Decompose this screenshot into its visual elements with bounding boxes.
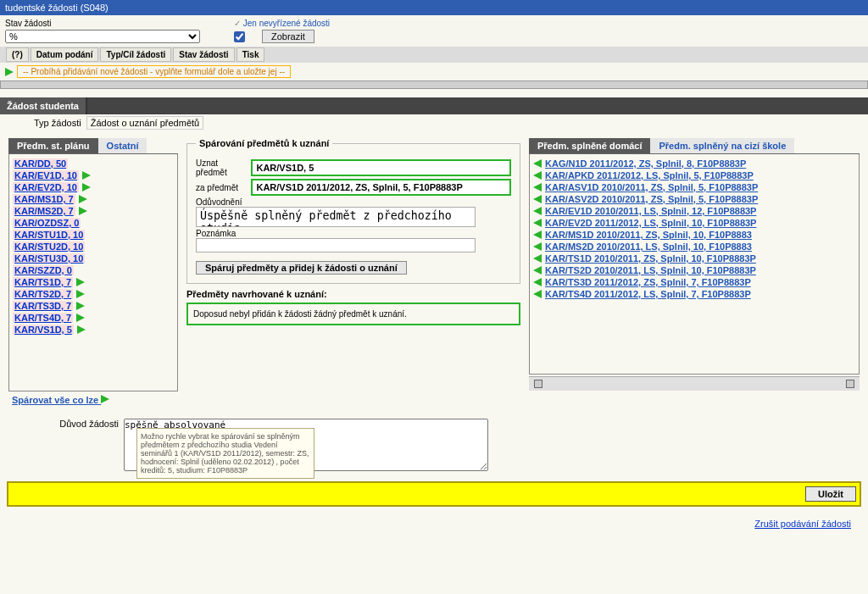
tooltip: Možno rychle vybrat ke spárování se spln… [136,428,314,479]
col-date[interactable]: Datum podání [31,47,99,62]
arrow-right-icon[interactable] [79,195,87,203]
left-item[interactable]: KAR/MS1D, 7 [13,193,174,205]
arrow-left-icon[interactable] [533,207,542,215]
left-item-link[interactable]: KAR/TS3D, 7 [13,301,73,311]
arrow-left-icon[interactable] [533,290,542,298]
left-item[interactable]: KAR/MS2D, 7 [13,205,174,217]
right-item-link[interactable]: KAR/EV2D 2011/2012, LS, Splnil, 10, F10P… [545,218,756,228]
main-tab[interactable]: Žádost studenta [0,97,87,114]
right-tab-home[interactable]: Předm. splněné domácí [529,138,650,153]
left-item-link[interactable]: KAR/DD, 50 [13,158,68,169]
pair-button[interactable]: Spáruj předměty a přidej k žádosti o uzn… [196,261,407,275]
arrow-left-icon[interactable] [533,183,542,192]
left-tab-plan[interactable]: Předm. st. plánu [8,138,98,153]
left-item[interactable]: KAR/SZZD, 0 [13,264,174,276]
left-item-link[interactable]: KAR/TS1D, 7 [13,277,73,287]
left-item[interactable]: KAR/STU3D, 10 [13,253,174,264]
left-item-link[interactable]: KAR/EV2D, 10 [13,182,79,192]
arrow-left-icon[interactable] [533,230,542,239]
arrow-left-icon[interactable] [533,278,542,286]
arrow-right-icon[interactable] [76,302,85,310]
arrow-left-icon[interactable] [533,219,542,227]
left-item[interactable]: KAR/TS3D, 7 [13,300,174,312]
left-item-link[interactable]: KAR/OZDSZ, 0 [13,218,81,228]
left-item-link[interactable]: KAR/TS4D, 7 [13,313,73,323]
right-item[interactable]: KAR/TS4D 2011/2012, LS, Splnil, 7, F10P8… [533,288,855,300]
right-item-link[interactable]: KAR/APKD 2011/2012, LS, Splnil, 5, F10P8… [545,170,754,180]
right-item-link[interactable]: KAR/TS3D 2011/2012, ZS, Splnil, 7, F10P8… [545,277,751,287]
arrow-right-icon[interactable] [79,207,87,215]
left-item-link[interactable]: KAR/VS1D, 5 [13,325,74,335]
left-item[interactable]: KAR/TS2D, 7 [13,288,174,300]
left-item-link[interactable]: KAR/MS2D, 7 [13,206,75,216]
left-item-link[interactable]: KAR/MS1D, 7 [13,194,75,204]
arrow-right-icon[interactable] [76,314,85,322]
justif-input[interactable]: Úspěšně splněný předmět z předchozího st… [196,207,476,227]
right-item-link[interactable]: KAR/MS2D 2010/2011, LS, Splnil, 10, F10P… [545,241,752,252]
left-item-link[interactable]: KAR/STU1D, 10 [13,230,85,240]
right-item[interactable]: KAR/APKD 2011/2012, LS, Splnil, 5, F10P8… [533,169,855,181]
left-item-link[interactable]: KAR/STU2D, 10 [13,241,85,252]
left-item-link[interactable]: KAR/EV1D, 10 [13,170,79,180]
left-item-link[interactable]: KAR/TS2D, 7 [13,289,73,299]
right-item[interactable]: KAR/ASV2D 2010/2011, ZS, Splnil, 5, F10P… [533,193,855,205]
right-item[interactable]: KAR/MS1D 2010/2011, ZS, Splnil, 10, F10P… [533,229,855,241]
arrow-left-icon[interactable] [533,159,542,168]
right-item[interactable]: KAR/EV1D 2010/2011, LS, Splnil, 12, F10P… [533,205,855,217]
right-item[interactable]: KAR/TS2D 2010/2011, LS, Splnil, 10, F10P… [533,264,855,276]
arrow-right-icon[interactable] [77,325,86,334]
right-item[interactable]: KAR/EV2D 2011/2012, LS, Splnil, 10, F10P… [533,217,855,229]
arrow-left-icon[interactable] [533,266,542,275]
arrow-left-icon[interactable] [533,254,542,263]
right-item-link[interactable]: KAG/N1D 2011/2012, ZS, Splnil, 8, F10P88… [545,158,746,169]
filter-row: Stav žádosti % ✓ Jen nevyřízené žádosti … [0,15,868,47]
scrollbar[interactable] [529,376,860,391]
right-list[interactable]: KAG/N1D 2011/2012, ZS, Splnil, 8, F10P88… [529,154,860,375]
arrow-right-icon[interactable] [76,278,85,286]
right-item[interactable]: KAR/ASV1D 2010/2011, ZS, Splnil, 5, F10P… [533,181,855,193]
arrow-right-icon[interactable] [82,183,91,192]
left-item[interactable]: KAR/DD, 50 [13,158,174,169]
right-item[interactable]: KAG/N1D 2011/2012, ZS, Splnil, 8, F10P88… [533,158,855,169]
arrow-right-icon[interactable] [82,171,91,180]
show-button[interactable]: Zobrazit [262,30,314,43]
arrow-left-icon[interactable] [533,171,542,180]
right-item[interactable]: KAR/MS2D 2010/2011, LS, Splnil, 10, F10P… [533,241,855,253]
left-item[interactable]: KAR/TS4D, 7 [13,312,174,324]
left-tab-other[interactable]: Ostatní [98,138,147,153]
arrow-left-icon[interactable] [533,242,542,251]
left-item[interactable]: KAR/STU1D, 10 [13,229,174,241]
right-tab-foreign[interactable]: Předm. splněný na cizí škole [650,138,794,153]
right-item-link[interactable]: KAR/MS1D 2010/2011, ZS, Splnil, 10, F10P… [545,230,752,240]
arrow-right-icon[interactable] [76,290,85,298]
left-item-link[interactable]: KAR/STU3D, 10 [13,253,85,264]
right-item[interactable]: KAR/TS3D 2011/2012, ZS, Splnil, 7, F10P8… [533,276,855,288]
right-item[interactable]: KAR/TS1D 2010/2011, ZS, Splnil, 10, F10P… [533,253,855,264]
right-item-link[interactable]: KAR/TS2D 2010/2011, LS, Splnil, 10, F10P… [545,265,756,275]
state-select[interactable]: % [5,30,200,43]
pending-label: Jen nevyřízené žádosti [243,19,330,28]
right-item-link[interactable]: KAR/ASV1D 2010/2011, ZS, Splnil, 5, F10P… [545,182,758,192]
left-list[interactable]: KAR/DD, 50KAR/EV1D, 10KAR/EV2D, 10KAR/MS… [8,154,178,391]
left-item[interactable]: KAR/OZDSZ, 0 [13,217,174,229]
left-item-link[interactable]: KAR/SZZD, 0 [13,265,74,275]
col-type[interactable]: Typ/Cíl žádosti [100,47,171,62]
left-item[interactable]: KAR/VS1D, 5 [13,324,174,336]
left-item[interactable]: KAR/EV1D, 10 [13,169,174,181]
col-state[interactable]: Stav žádosti [173,47,234,62]
left-item[interactable]: KAR/STU2D, 10 [13,241,174,253]
arrow-left-icon[interactable] [533,195,542,203]
right-item-link[interactable]: KAR/EV1D 2010/2011, LS, Splnil, 12, F10P… [545,206,756,216]
right-item-link[interactable]: KAR/TS4D 2011/2012, LS, Splnil, 7, F10P8… [545,289,751,299]
pair-all-link[interactable]: Spárovat vše co lze [8,391,113,408]
cancel-link[interactable]: Zrušit podávání žádosti [754,519,851,529]
right-item-link[interactable]: KAR/ASV2D 2010/2011, ZS, Splnil, 5, F10P… [545,194,758,204]
right-item-link[interactable]: KAR/TS1D 2010/2011, ZS, Splnil, 10, F10P… [545,253,756,264]
type-value: Žádost o uznání předmětů [86,116,203,130]
left-item[interactable]: KAR/EV2D, 10 [13,181,174,193]
left-item[interactable]: KAR/TS1D, 7 [13,276,174,288]
note-input[interactable] [196,238,476,253]
col-print[interactable]: Tisk [236,47,265,62]
pending-checkbox[interactable] [234,31,245,42]
save-button[interactable]: Uložit [805,486,856,502]
